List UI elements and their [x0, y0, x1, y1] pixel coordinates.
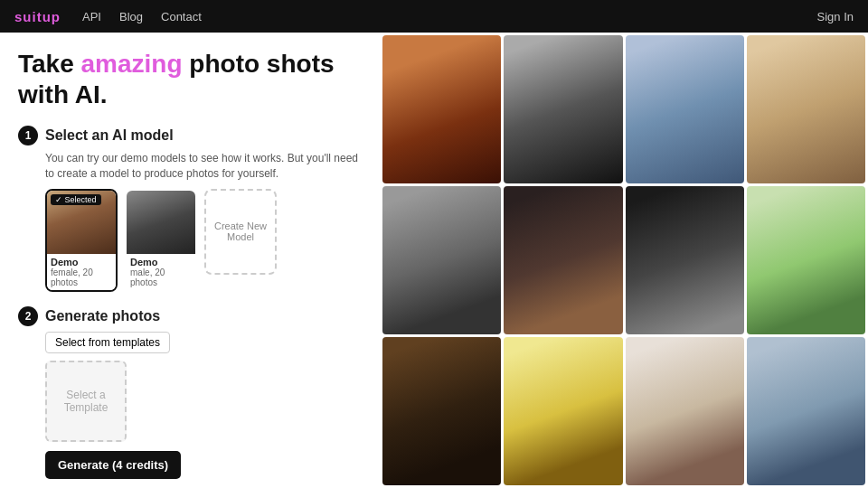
photo-cell-12[interactable]: [747, 337, 865, 485]
hero-title: Take amazing photo shots with AI.: [18, 49, 362, 109]
step-2-number: 2: [18, 306, 38, 326]
step-1: 1 Select an AI model You can try our dem…: [18, 126, 362, 292]
step-1-desc: You can try our demo models to see how i…: [18, 151, 362, 182]
photo-cell-1[interactable]: [382, 35, 501, 183]
step-1-number: 1: [18, 126, 38, 145]
photo-cell-8[interactable]: [747, 186, 865, 334]
select-from-templates-button[interactable]: Select from templates: [45, 332, 170, 353]
main-layout: Take amazing photo shots with AI. 1 Sele…: [0, 33, 868, 488]
photo-cell-4[interactable]: [747, 35, 865, 183]
model-female-sublabel: female, 20 photos: [51, 267, 112, 287]
photo-cell-6[interactable]: [504, 186, 622, 334]
photo-cell-9[interactable]: [382, 337, 501, 485]
step-2-header: 2 Generate photos: [18, 306, 362, 326]
generate-button[interactable]: Generate (4 credits): [45, 451, 181, 479]
photo-cell-7[interactable]: [626, 186, 744, 334]
photo-cell-5[interactable]: [382, 186, 501, 334]
model-card-footer-male: Demo male, 20 photos: [127, 254, 195, 290]
photo-cell-3[interactable]: [626, 35, 744, 183]
model-cards: ✓ Selected Demo female, 20 photos Demo m…: [18, 189, 362, 292]
photo-cell-10[interactable]: [504, 337, 622, 485]
nav-link-blog[interactable]: Blog: [119, 10, 143, 23]
nav-link-api[interactable]: API: [82, 10, 101, 23]
photo-grid: [380, 33, 868, 488]
model-card-footer-female: Demo female, 20 photos: [47, 254, 116, 290]
step-2-title: Generate photos: [45, 308, 160, 324]
left-panel: Take amazing photo shots with AI. 1 Sele…: [0, 33, 380, 488]
model-male-label: Demo: [130, 257, 192, 267]
nav-links: API Blog Contact: [82, 10, 202, 23]
model-card-male[interactable]: Demo male, 20 photos: [125, 189, 197, 292]
navbar: suitup API Blog Contact Sign In: [0, 0, 868, 33]
signin-button[interactable]: Sign In: [817, 10, 854, 23]
step-1-title: Select an AI model: [45, 127, 174, 144]
nav-link-contact[interactable]: Contact: [161, 10, 202, 23]
model-card-female[interactable]: ✓ Selected Demo female, 20 photos: [45, 189, 118, 292]
model-male-sublabel: male, 20 photos: [130, 267, 192, 287]
photo-cell-11[interactable]: [626, 337, 744, 485]
nav-logo: suitup: [14, 9, 61, 24]
photo-cell-2[interactable]: [504, 35, 622, 183]
model-male-image: [127, 191, 197, 254]
selected-badge: ✓ Selected: [51, 194, 101, 205]
template-select-box[interactable]: Select a Template: [45, 361, 127, 442]
step-2: 2 Generate photos Select from templates …: [18, 306, 362, 479]
model-female-label: Demo: [51, 257, 112, 267]
create-new-model-card[interactable]: Create New Model: [204, 189, 277, 275]
step-1-header: 1 Select an AI model: [18, 126, 362, 145]
